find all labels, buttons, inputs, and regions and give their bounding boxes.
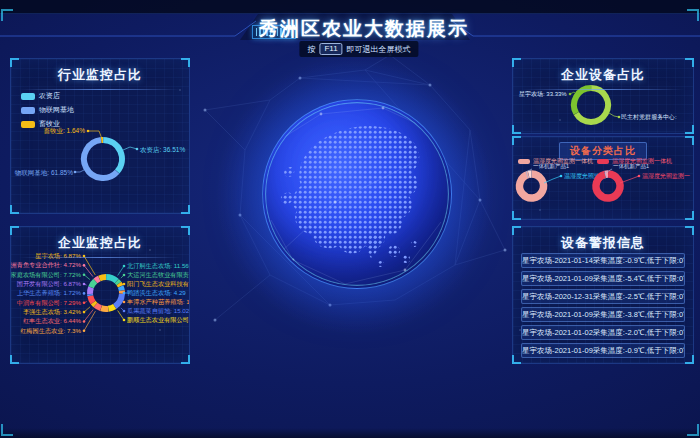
panel-device-category: 设备分类占比 温湿度光照监测一体机 温湿度光照监测一体机 一体机新产品1温湿度光… bbox=[512, 136, 694, 220]
screen-corner-icon bbox=[1, 424, 13, 436]
svg-text:上华生态养殖场: 1.72%: 上华生态养殖场: 1.72% bbox=[17, 289, 82, 297]
dashboard: 秀洲区农业大数据展示 按 F11 即可退出全屏模式 bbox=[0, 0, 700, 438]
category-legend-left[interactable]: 温湿度光照监测一体机 bbox=[518, 157, 593, 166]
panel-title-industry: 行业监控占比 bbox=[11, 59, 189, 84]
legend-label: 温湿度光照监测一体机 bbox=[612, 157, 672, 166]
alert-row: 星宇农场-2021-01-09采集温度:-5.4℃,低于下限:0℃ bbox=[521, 271, 685, 286]
svg-text:阳门飞生态农业科技有限公: 阳门飞生态农业科技有限公 bbox=[127, 280, 189, 288]
svg-text:大运河生态牧业有限责任公: 大运河生态牧业有限责任公 bbox=[127, 271, 189, 279]
svg-text:星宇农场: 33.33%: 星宇农场: 33.33% bbox=[519, 90, 567, 98]
svg-text:鸭踏浜生态农场: 4.29: 鸭踏浜生态农场: 4.29 bbox=[127, 289, 186, 297]
globe-visualization bbox=[262, 99, 452, 289]
top-band bbox=[0, 0, 700, 14]
svg-text:温湿度光照监测一: 温湿度光照监测一 bbox=[642, 172, 690, 180]
screen-corner-icon bbox=[687, 9, 699, 21]
svg-text:秀洲青鱼专业合作社: 4.72%: 秀洲青鱼专业合作社: 4.72% bbox=[11, 261, 81, 269]
globe-continents bbox=[263, 100, 451, 288]
title-divider bbox=[19, 89, 181, 90]
svg-text:中润市有限公司: 7.29%: 中润市有限公司: 7.29% bbox=[17, 299, 82, 307]
panel-industry-monitor: 行业监控占比 农资店 物联网基地 畜牧业 农资店: 36.51%物联网基地: 6… bbox=[10, 58, 190, 214]
title-divider bbox=[19, 257, 181, 258]
svg-text:丰潭水产种苗养殖场: 1.: 丰潭水产种苗养殖场: 1. bbox=[126, 298, 189, 306]
svg-text:国开发有限公司: 6.87%: 国开发有限公司: 6.87% bbox=[17, 280, 82, 288]
legend-item[interactable]: 畜牧业 bbox=[21, 119, 74, 129]
legend-item[interactable]: 农资店 bbox=[21, 91, 74, 101]
legend-swatch bbox=[21, 121, 35, 128]
panel-title-enterprise: 企业监控占比 bbox=[11, 227, 189, 252]
svg-text:瓜果蔬菜自留地: 15.02%: 瓜果蔬菜自留地: 15.02% bbox=[127, 307, 189, 315]
svg-text:物联网基地: 61.85%: 物联网基地: 61.85% bbox=[15, 169, 73, 177]
legend-swatch bbox=[21, 107, 35, 114]
bottom-band bbox=[0, 428, 700, 438]
alert-row: 星宇农场-2021-01-02采集温度:-2.0℃,低于下限:0℃ bbox=[521, 325, 685, 340]
svg-text:李强生态农场: 3.42%: 李强生态农场: 3.42% bbox=[23, 308, 82, 316]
panel-title-alerts: 设备警报信息 bbox=[513, 227, 693, 252]
alert-row: 星宇农场-2020-12-31采集温度:-2.5℃,低于下限:0℃ bbox=[521, 289, 685, 304]
panel-corner-icon bbox=[512, 355, 521, 364]
alert-row: 星宇农场-2021-01-14采集温度:-0.9℃,低于下限:0℃ bbox=[521, 253, 685, 268]
category-legend-right[interactable]: 温湿度光照监测一体机 bbox=[597, 157, 672, 166]
legend-swatch bbox=[21, 93, 35, 100]
f11-keycap: F11 bbox=[319, 43, 342, 55]
hint-suffix: 即可退出全屏模式 bbox=[347, 44, 411, 55]
svg-text:农资店: 36.51%: 农资店: 36.51% bbox=[139, 146, 185, 154]
panel-corner-icon bbox=[685, 355, 694, 364]
svg-text:红梅园生态农业: 7.3%: 红梅园生态农业: 7.3% bbox=[20, 327, 81, 335]
svg-text:星宇农场: 6.87%: 星宇农场: 6.87% bbox=[35, 252, 81, 260]
panel-device-ratio: 企业设备占比 星宇农场: 33.33%民主村党群服务中心: bbox=[512, 58, 694, 134]
legend-item[interactable]: 物联网基地 bbox=[21, 105, 74, 115]
svg-text:红丰生态农业: 6.44%: 红丰生态农业: 6.44% bbox=[23, 317, 82, 324]
legend-label: 畜牧业 bbox=[39, 119, 60, 129]
svg-text:民主村党群服务中心:: 民主村党群服务中心: bbox=[621, 113, 677, 121]
alert-row: 星宇农场-2021-01-09采集温度:-0.9℃,低于下限:0℃ bbox=[521, 343, 685, 358]
svg-text:鹏顺生态农业有限公司: 6.87%: 鹏顺生态农业有限公司: 6.87% bbox=[127, 316, 189, 324]
svg-text:家庭农场有限公司: 7.72%: 家庭农场有限公司: 7.72% bbox=[11, 271, 81, 279]
title-divider bbox=[521, 89, 685, 90]
legend-label: 温湿度光照监测一体机 bbox=[533, 157, 593, 166]
legend-label: 物联网基地 bbox=[39, 105, 74, 115]
panel-enterprise-monitor: 企业监控占比 星宇农场: 6.87%秀洲青鱼专业合作社: 4.72%家庭农场有限… bbox=[10, 226, 190, 364]
screen-corner-icon bbox=[687, 424, 699, 436]
alert-row: 星宇农场-2021-01-09采集温度:-3.8℃,低于下限:0℃ bbox=[521, 307, 685, 322]
panel-device-alerts: 设备警报信息 星宇农场-2021-01-14采集温度:-0.9℃,低于下限:0℃… bbox=[512, 226, 694, 364]
legend-swatch bbox=[518, 159, 530, 164]
legend-label: 农资店 bbox=[39, 91, 60, 101]
page-title: 秀洲区农业大数据展示 bbox=[259, 16, 469, 42]
svg-text:北汀舸生态农场: 11.56%: 北汀舸生态农场: 11.56% bbox=[127, 262, 189, 270]
screen-corner-icon bbox=[1, 9, 13, 21]
panel-title-device-ratio: 企业设备占比 bbox=[513, 59, 693, 84]
industry-legend: 农资店 物联网基地 畜牧业 bbox=[21, 91, 74, 133]
legend-swatch bbox=[597, 159, 609, 164]
hint-prefix: 按 bbox=[307, 44, 315, 55]
